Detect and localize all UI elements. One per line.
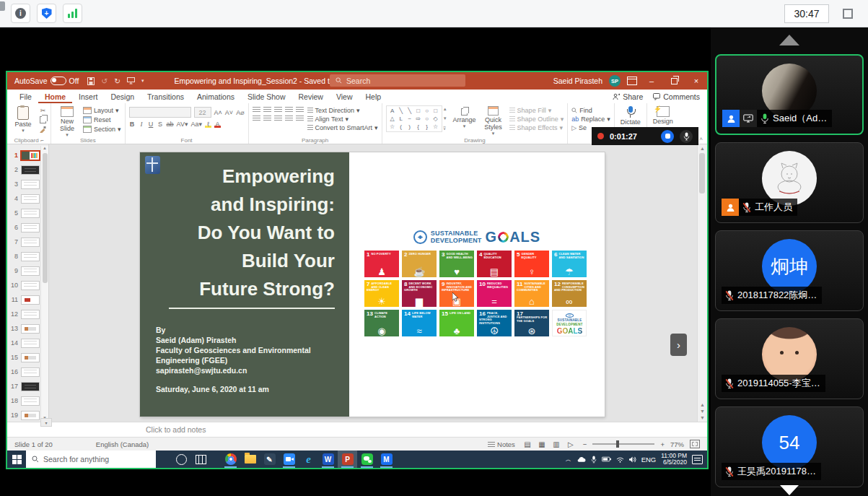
format-painter-icon[interactable]: [39, 126, 47, 133]
fullscreen-button[interactable]: [838, 4, 856, 22]
line-spacing-icon[interactable]: [296, 107, 304, 113]
align-left-icon[interactable]: [253, 116, 260, 121]
slide-scrollbar[interactable]: ▲ ▲▼▼: [697, 144, 707, 422]
zoom-in-button[interactable]: +: [660, 440, 665, 448]
slide-thumbnail[interactable]: [21, 353, 40, 362]
zoom-slider[interactable]: [592, 443, 654, 445]
clear-formatting-button[interactable]: A⌀: [236, 109, 244, 116]
tray-expand-chevron[interactable]: ︿: [566, 456, 571, 464]
slide-thumbnail[interactable]: [21, 223, 40, 232]
shape-icon[interactable]: ☆: [388, 123, 397, 131]
slide-thumbnail[interactable]: [21, 324, 40, 334]
tray-mic-icon[interactable]: [591, 456, 597, 464]
shape-icon[interactable]: ○: [423, 107, 431, 115]
taskbar-video-app[interactable]: [279, 451, 299, 468]
fit-slide-button[interactable]: [690, 440, 700, 448]
copy-icon[interactable]: [39, 116, 47, 123]
shape-outline-button[interactable]: Shape Outline▾: [509, 116, 564, 123]
slide-thumbnail[interactable]: [21, 238, 40, 247]
slide-thumbnail[interactable]: [21, 295, 40, 305]
cut-icon[interactable]: ✂: [39, 107, 47, 114]
design-ideas-button[interactable]: Design: [651, 105, 675, 126]
underline-button[interactable]: U: [148, 121, 154, 128]
view-button[interactable]: ▷: [564, 439, 577, 449]
align-text-button[interactable]: Align Text▾: [307, 116, 378, 123]
taskbar-internet-explorer[interactable]: e: [299, 451, 318, 468]
slide-thumbnail[interactable]: [21, 165, 40, 175]
account-avatar[interactable]: SP: [609, 75, 621, 87]
ribbon-tab[interactable]: Design: [104, 90, 141, 103]
zoom-out-button[interactable]: −: [583, 440, 587, 448]
start-presentation-icon[interactable]: [127, 77, 135, 84]
shape-icon[interactable]: △: [388, 115, 397, 123]
ribbon-tab[interactable]: Home: [38, 90, 72, 103]
slide-thumbnail[interactable]: [21, 209, 40, 218]
font-color-button[interactable]: A: [214, 121, 221, 128]
ribbon-tab[interactable]: Help: [359, 90, 388, 103]
next-slide-button[interactable]: ›: [670, 334, 687, 356]
start-button[interactable]: [7, 451, 26, 468]
text-shadow-button[interactable]: S: [157, 121, 164, 128]
slide-thumbnail[interactable]: [21, 180, 40, 189]
align-center-icon[interactable]: [263, 116, 271, 121]
shapes-gallery-scroll[interactable]: ▲▼⊽: [442, 105, 448, 132]
bold-button[interactable]: B: [129, 121, 136, 128]
slide-1-canvas[interactable]: Empoweringand Inspiring:Do You Want toBu…: [140, 152, 605, 417]
participant-tile[interactable]: 工作人员: [715, 142, 864, 223]
italic-button[interactable]: I: [139, 121, 145, 128]
shape-icon[interactable]: ╲: [405, 107, 414, 115]
shape-icon[interactable]: L: [397, 115, 405, 123]
slide-thumbnail[interactable]: [21, 151, 40, 160]
font-name-select[interactable]: [129, 107, 191, 118]
wifi-icon[interactable]: [616, 456, 624, 463]
participant-tile[interactable]: 炯坤: [715, 230, 864, 311]
section-button[interactable]: Section▾: [83, 126, 121, 133]
zoom-level[interactable]: 77%: [670, 440, 684, 448]
quick-styles-button[interactable]: Quick Styles▾: [481, 105, 506, 136]
account-name[interactable]: Saeid Pirasteh: [553, 77, 602, 85]
view-button[interactable]: ▦: [535, 439, 548, 449]
align-right-icon[interactable]: [274, 116, 282, 121]
taskbar-file-explorer[interactable]: [240, 451, 260, 468]
shape-effects-button[interactable]: Shape Effects▾: [509, 124, 564, 131]
slide-thumbnail[interactable]: [21, 194, 40, 204]
ribbon-tab[interactable]: Animations: [190, 90, 241, 103]
shape-icon[interactable]: □: [431, 107, 440, 115]
slide-thumbnail[interactable]: [21, 252, 40, 261]
language-indicator[interactable]: ENG: [641, 456, 657, 464]
stop-recording-button[interactable]: [661, 130, 674, 143]
taskbar-search-box[interactable]: Search for anything: [26, 451, 156, 468]
shape-icon[interactable]: □: [414, 107, 423, 115]
slide-thumbnail[interactable]: [21, 367, 40, 377]
qat-customize-caret[interactable]: ▾: [141, 78, 144, 84]
notes-toggle-button[interactable]: Notes: [488, 440, 515, 448]
taskbar-chrome[interactable]: [221, 451, 240, 468]
reset-button[interactable]: Reset: [83, 116, 121, 123]
battery-icon[interactable]: [602, 456, 611, 462]
ribbon-tab[interactable]: File: [13, 90, 38, 103]
columns-icon[interactable]: [296, 116, 304, 121]
layout-button[interactable]: Layout▾: [83, 107, 121, 114]
shape-icon[interactable]: ○: [423, 115, 431, 123]
dictate-button[interactable]: Dictate: [618, 105, 643, 126]
replace-button[interactable]: abReplace▾: [571, 116, 610, 123]
slide-thumbnail[interactable]: [21, 382, 40, 391]
slide-thumbnail[interactable]: [21, 310, 40, 319]
ribbon-display-options-icon[interactable]: [627, 77, 637, 85]
arrange-button[interactable]: Arrange▾: [452, 105, 478, 129]
ribbon-tab[interactable]: Insert: [72, 90, 104, 103]
shape-fill-button[interactable]: Shape Fill▾: [509, 107, 564, 114]
strikethrough-button[interactable]: ab: [167, 121, 174, 128]
onedrive-cloud-icon[interactable]: [577, 456, 586, 463]
collapse-ribbon-icon[interactable]: ˄: [699, 136, 703, 142]
close-button[interactable]: ×: [688, 73, 704, 89]
numbering-icon[interactable]: [263, 107, 271, 113]
increase-indent-icon[interactable]: [285, 107, 293, 113]
taskbar-ink-workspace[interactable]: ✎: [260, 451, 279, 468]
shape-icon[interactable]: ~: [405, 115, 414, 123]
shape-icon[interactable]: ╲: [397, 107, 405, 115]
save-icon[interactable]: [87, 77, 95, 85]
character-spacing-button[interactable]: AV▾: [177, 121, 188, 128]
security-shield-button[interactable]: +: [37, 4, 56, 23]
view-button[interactable]: ▥: [550, 439, 563, 449]
